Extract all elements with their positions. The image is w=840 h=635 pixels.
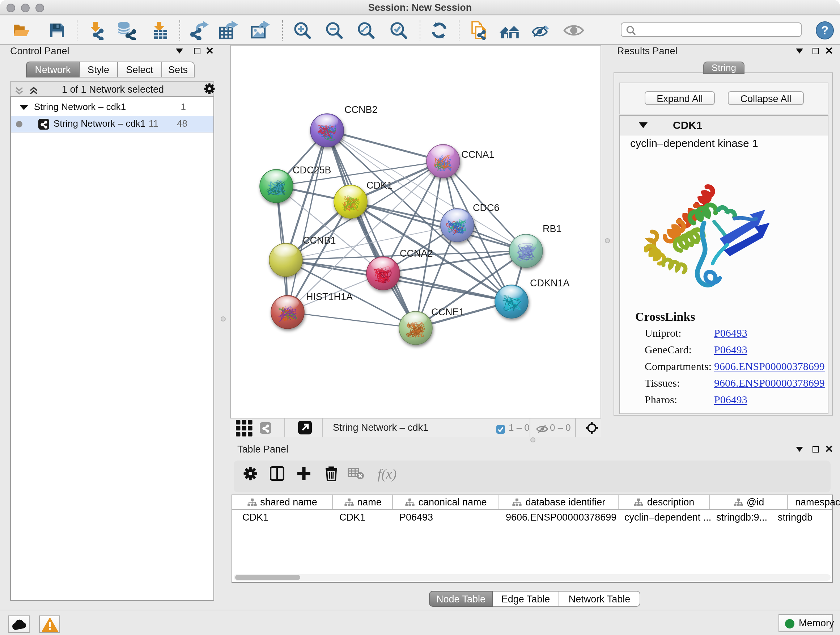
svg-text:CDKN1A: CDKN1A: [530, 278, 570, 288]
svg-text:CCNA1: CCNA1: [461, 149, 494, 160]
svg-text:CCNA2: CCNA2: [400, 248, 433, 259]
svg-text:CDC25B: CDC25B: [293, 165, 332, 176]
svg-text:CDK1: CDK1: [366, 180, 393, 191]
svg-text:CCNE1: CCNE1: [431, 307, 464, 318]
svg-text:RB1: RB1: [543, 223, 562, 234]
svg-text:CDC6: CDC6: [473, 203, 500, 213]
svg-text:HIST1H1A: HIST1H1A: [306, 291, 353, 302]
svg-text:CCNB2: CCNB2: [344, 104, 378, 115]
svg-text:CCNB1: CCNB1: [303, 235, 336, 246]
svg-text:?: ?: [821, 23, 829, 36]
